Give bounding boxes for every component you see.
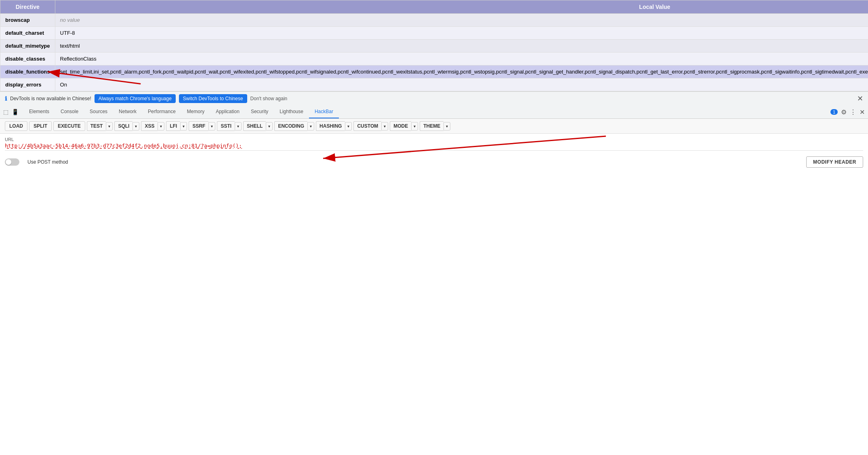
devtools-tab-application[interactable]: Application	[210, 105, 245, 118]
toggle-knob	[6, 159, 11, 165]
split-button[interactable]: SPLIT	[29, 121, 52, 131]
mode-button[interactable]: MODE	[390, 121, 411, 131]
col-header-directive: Directive	[0, 0, 55, 14]
directive-cell: browscap	[0, 14, 55, 27]
sqli-dropdown-arrow[interactable]: ▾	[132, 122, 139, 131]
devtools-tab-network[interactable]: Network	[113, 105, 142, 118]
theme-button[interactable]: THEME	[420, 121, 443, 131]
directive-cell: disable_functions	[0, 65, 55, 78]
local-value-cell: ReflectionClass	[55, 53, 868, 65]
devtools-tab-console[interactable]: Console	[55, 105, 84, 118]
devtools-tab-memory[interactable]: Memory	[181, 105, 210, 118]
table-row: browscapno valueno value	[0, 14, 868, 27]
more-options-icon[interactable]: ⋮	[850, 108, 856, 116]
shell-dropdown-arrow[interactable]: ▾	[266, 122, 273, 131]
devtools-icon-group: ⬚ 📱	[3, 109, 19, 115]
php-info-table: Directive Local Value Master Value brows…	[0, 0, 868, 91]
local-value-cell: text/html	[55, 40, 868, 53]
post-method-toggle[interactable]	[5, 158, 19, 166]
local-value-cell: UTF-8	[55, 27, 868, 40]
device-icon[interactable]: 📱	[12, 109, 19, 115]
devtools-tab-performance[interactable]: Performance	[142, 105, 181, 118]
encoding-button[interactable]: ENCODING	[274, 121, 307, 131]
encoding-dropdown: ENCODING ▾	[274, 121, 314, 131]
ssrf-dropdown-arrow[interactable]: ▾	[208, 122, 215, 131]
lfi-button[interactable]: LFI	[166, 121, 180, 131]
execute-button[interactable]: EXECUTE	[53, 121, 85, 131]
test-button[interactable]: TEST	[87, 121, 106, 131]
devtools-tab-security[interactable]: Security	[245, 105, 274, 118]
devtools-notification-bar: ℹ DevTools is now available in Chinese! …	[0, 91, 868, 105]
match-language-button[interactable]: Always match Chrome's language	[95, 94, 176, 103]
table-row: display_errorsOnOn	[0, 78, 868, 91]
close-devtools-icon[interactable]: ✕	[860, 108, 865, 116]
xss-button[interactable]: XSS	[141, 121, 158, 131]
ssti-button[interactable]: SSTI	[217, 121, 235, 131]
sqli-button[interactable]: SQLI	[114, 121, 132, 131]
url-label: URL	[5, 137, 863, 142]
notification-badge: 1	[830, 109, 838, 115]
ssti-dropdown: SSTI ▾	[217, 121, 242, 131]
shell-button[interactable]: SHELL	[243, 121, 266, 131]
hackbar-toolbar: LOAD SPLIT EXECUTE TEST ▾ SQLI ▾ XSS ▾ L…	[0, 119, 868, 134]
sqli-dropdown: SQLI ▾	[114, 121, 139, 131]
ssti-dropdown-arrow[interactable]: ▾	[235, 122, 242, 131]
ssrf-button[interactable]: SSRF	[189, 121, 208, 131]
devtools-tab-lighthouse[interactable]: Lighthouse	[274, 105, 309, 118]
xss-dropdown: XSS ▾	[141, 121, 164, 131]
mode-dropdown-arrow[interactable]: ▾	[411, 122, 418, 131]
hashing-button[interactable]: HASHING	[316, 121, 345, 131]
xss-dropdown-arrow[interactable]: ▾	[158, 122, 164, 131]
local-value-cell: On	[55, 78, 868, 91]
hackbar-url-area: URL	[0, 134, 868, 152]
switch-devtools-button[interactable]: Switch DevTools to Chinese	[179, 94, 247, 103]
settings-icon[interactable]: ⚙	[841, 108, 847, 116]
test-dropdown-arrow[interactable]: ▾	[106, 122, 113, 131]
local-value-cell: no value	[55, 14, 868, 27]
directive-table: Directive Local Value Master Value brows…	[0, 0, 868, 91]
post-method-label: Use POST method	[27, 159, 68, 165]
directive-cell: display_errors	[0, 78, 55, 91]
custom-dropdown-arrow[interactable]: ▾	[381, 122, 388, 131]
ssrf-dropdown: SSRF ▾	[189, 121, 215, 131]
theme-dropdown: THEME ▾	[420, 121, 450, 131]
shell-dropdown: SHELL ▾	[243, 121, 273, 131]
custom-dropdown: CUSTOM ▾	[353, 121, 388, 131]
devtools-tab-elements[interactable]: Elements	[23, 105, 55, 118]
inspect-icon[interactable]: ⬚	[3, 109, 8, 115]
devtools-tabs-bar: ⬚ 📱 ElementsConsoleSourcesNetworkPerform…	[0, 105, 868, 119]
dont-show-button[interactable]: Don't show again	[250, 96, 288, 101]
lfi-dropdown: LFI ▾	[166, 121, 187, 131]
theme-dropdown-arrow[interactable]: ▾	[443, 122, 450, 131]
hashing-dropdown-arrow[interactable]: ▾	[345, 122, 352, 131]
table-row: default_charsetUTF-8UTF-8	[0, 27, 868, 40]
table-row: default_mimetypetext/htmltext/html	[0, 40, 868, 53]
table-row: disable_functionsset_time_limit,ini_set,…	[0, 65, 868, 78]
hashing-dropdown: HASHING ▾	[316, 121, 352, 131]
close-bar-button[interactable]: ✕	[857, 94, 863, 103]
load-button[interactable]: LOAD	[5, 121, 27, 131]
table-row: disable_classesReflectionClassReflection…	[0, 53, 868, 65]
col-header-local: Local Value	[55, 0, 868, 14]
hackbar-bottom-bar: Use POST method MODIFY HEADER	[0, 152, 868, 172]
local-value-cell: set_time_limit,ini_set,pcntl_alarm,pcntl…	[55, 65, 868, 78]
devtools-tab-hackbar[interactable]: HackBar	[309, 105, 339, 118]
lfi-dropdown-arrow[interactable]: ▾	[180, 122, 187, 131]
directive-cell: default_charset	[0, 27, 55, 40]
devtools-bar-text: DevTools is now available in Chinese!	[10, 96, 91, 101]
encoding-dropdown-arrow[interactable]: ▾	[307, 122, 314, 131]
url-input-container	[5, 143, 863, 151]
devtools-right-icons: 1 ⚙ ⋮ ✕	[830, 108, 865, 116]
url-input[interactable]	[5, 143, 863, 149]
directive-cell: disable_classes	[0, 53, 55, 65]
devtools-tab-sources[interactable]: Sources	[84, 105, 113, 118]
directive-cell: default_mimetype	[0, 40, 55, 53]
info-icon: ℹ	[5, 95, 7, 102]
mode-dropdown: MODE ▾	[390, 121, 418, 131]
modify-header-button[interactable]: MODIFY HEADER	[806, 156, 863, 168]
test-dropdown: TEST ▾	[87, 121, 113, 131]
custom-button[interactable]: CUSTOM	[353, 121, 381, 131]
